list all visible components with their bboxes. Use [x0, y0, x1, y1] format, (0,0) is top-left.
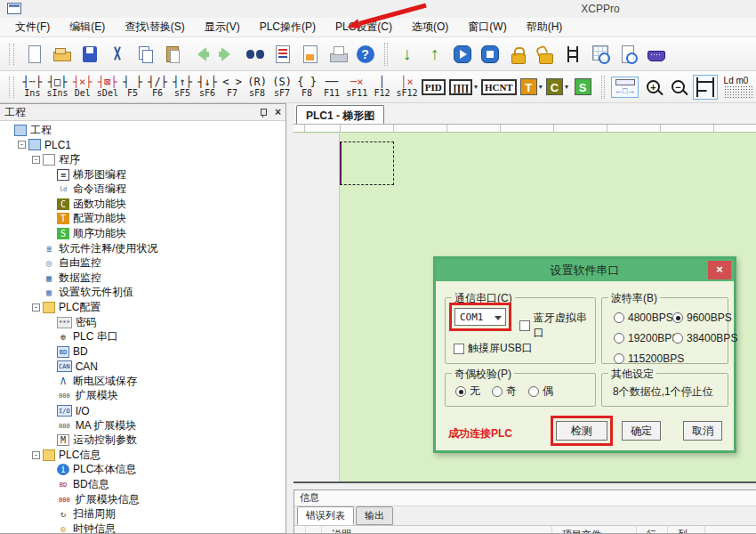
collapse-icon[interactable]: - — [32, 303, 40, 312]
pid-button[interactable]: PID — [420, 72, 446, 101]
tree-item[interactable]: ▦数据监控 — [0, 271, 286, 286]
parity-option[interactable]: 奇 — [492, 384, 517, 399]
download-program-button[interactable] — [393, 40, 421, 68]
menu-item-9[interactable]: 帮助(H) — [517, 17, 573, 37]
tree-item[interactable]: -PLC配置 — [0, 300, 286, 315]
parity-option[interactable]: 偶 — [528, 384, 553, 399]
vertical-line-button[interactable]: │F12 — [370, 72, 394, 101]
tree-item[interactable]: CANCAN — [0, 360, 286, 375]
tree-item[interactable]: 000MA 扩展模块 — [0, 418, 286, 433]
instruction-hint-button[interactable]: Ld m0 — [720, 72, 755, 101]
collapse-icon[interactable]: - — [32, 156, 40, 164]
menu-item-8[interactable]: 窗口(W) — [458, 17, 516, 37]
baud-option[interactable]: 9600BPS — [672, 312, 737, 324]
tree-item[interactable]: C函数功能块 — [0, 197, 286, 212]
usb-checkbox[interactable]: 触摸屏USB口 — [454, 341, 533, 356]
tree-item[interactable]: M运动控制参数 — [0, 433, 286, 448]
data-monitor-button[interactable] — [586, 40, 614, 68]
paste-button[interactable] — [158, 40, 186, 68]
baud-option[interactable]: 115200BPS — [614, 352, 672, 365]
menu-item-4[interactable]: 显示(V) — [195, 17, 250, 37]
com-port-select[interactable]: COM1 — [454, 308, 506, 326]
tree-item[interactable]: Λ断电区域保存 — [0, 374, 286, 389]
delete-vertical-line-button[interactable]: │×sF12 — [395, 72, 419, 101]
delete-horizontal-line-button[interactable]: ─×sF11 — [345, 72, 369, 101]
zoom-out-button[interactable]: − — [666, 72, 690, 101]
output-window-button[interactable] — [296, 40, 324, 68]
tree-item[interactable]: ↻扫描周期 — [0, 506, 286, 522]
tree-item[interactable]: ▦设置软元件初值 — [0, 286, 286, 301]
column-header[interactable]: 行 — [637, 526, 668, 534]
delete-contact-button[interactable]: ┤×├Del — [70, 72, 94, 101]
panel-divider[interactable] — [294, 483, 756, 490]
column-header[interactable] — [306, 526, 322, 534]
tree-item[interactable]: ≡梯形图编程 — [0, 167, 286, 182]
tab-output[interactable]: 输出 — [356, 506, 393, 525]
upload-program-button[interactable] — [421, 40, 448, 68]
ladder-cursor-selection[interactable] — [340, 142, 394, 185]
cut-button[interactable] — [103, 40, 131, 68]
detect-button[interactable]: 检测 — [556, 421, 607, 441]
dialog-titlebar[interactable]: 设置软件串口 × — [436, 259, 734, 281]
menu-item-1[interactable]: 文件(F) — [5, 17, 60, 37]
counter-button[interactable]: C▾ — [544, 72, 569, 101]
open-project-button[interactable] — [48, 40, 76, 68]
tree-item[interactable]: ld命令语编程 — [0, 182, 286, 197]
tab-ladder-editor[interactable]: PLC1 - 梯形图 — [296, 105, 384, 124]
delete-block-button[interactable]: ┤⊠├sDel — [95, 72, 119, 101]
tree-item[interactable]: ⊕PLC 串口 — [0, 329, 286, 344]
free-monitor-button[interactable] — [614, 40, 641, 68]
find-button[interactable] — [241, 40, 269, 68]
new-file-button[interactable] — [20, 40, 48, 68]
insert-block-button[interactable]: ┤□├sIns — [45, 72, 69, 101]
copy-button[interactable] — [131, 40, 158, 68]
function-block-button[interactable]: { }F8 — [295, 72, 319, 101]
output-coil-button[interactable]: < >F7 — [221, 72, 245, 101]
set-coil-button[interactable]: (S)sF7 — [270, 72, 294, 101]
ladder-display-button[interactable] — [691, 72, 719, 101]
baud-option[interactable]: 19200BPS — [614, 332, 672, 344]
undo-button[interactable] — [186, 40, 213, 68]
timer-button[interactable]: T▾ — [519, 72, 543, 101]
unlock-button[interactable] — [531, 40, 559, 68]
column-header[interactable]: 列 — [668, 526, 705, 534]
dialog-close-button[interactable]: × — [708, 261, 731, 279]
tree-item[interactable]: -PLC1 — [0, 138, 286, 153]
menu-item-2[interactable]: 编辑(E) — [60, 17, 115, 37]
print-button[interactable] — [324, 40, 351, 68]
zoom-in-button[interactable]: + — [641, 72, 665, 101]
bluetooth-checkbox[interactable]: 蓝牙虚拟串口 — [519, 311, 595, 341]
tree-item[interactable]: 000扩展模块 — [0, 389, 286, 404]
stop-plc-button[interactable] — [476, 40, 503, 68]
menu-item-7[interactable]: 选项(O) — [402, 17, 458, 37]
tree-item[interactable]: T配置功能块 — [0, 212, 286, 227]
tree-item[interactable]: 000扩展模块信息 — [0, 492, 286, 507]
fit-width-button[interactable]: ←□→ — [610, 72, 640, 101]
tree-item[interactable]: iPLC本体信息 — [0, 463, 286, 478]
tree-item[interactable]: BDBD信息 — [0, 477, 286, 492]
ok-button[interactable]: 确定 — [622, 421, 661, 441]
tree-item[interactable]: BDBD — [0, 344, 286, 360]
menu-item-5[interactable]: PLC操作(P) — [250, 17, 326, 37]
cancel-button[interactable]: 取消 — [683, 421, 722, 441]
sequence-block-button[interactable]: S — [571, 72, 595, 101]
help-button[interactable] — [351, 40, 379, 68]
collapse-icon[interactable]: - — [18, 141, 26, 149]
menu-item-3[interactable]: 查找\替换(S) — [115, 17, 194, 37]
open-contact-button[interactable]: ┤ ├F5 — [121, 72, 145, 101]
falling-pulse-button[interactable]: ┤↓├sF6 — [196, 72, 220, 101]
baud-option[interactable]: 38400BPS — [672, 332, 737, 344]
rising-pulse-button[interactable]: ┤↑├sF5 — [171, 72, 195, 101]
redo-button[interactable] — [213, 40, 241, 68]
tree-item[interactable]: ⊙时钟信息 — [0, 522, 286, 533]
com-config-button[interactable] — [641, 40, 669, 68]
insert-contact-button[interactable]: ┤╌├Ins — [20, 72, 44, 101]
tree-item[interactable]: S顺序功能块 — [0, 226, 286, 241]
pin-icon[interactable] — [259, 108, 268, 117]
tree-item[interactable]: 工程 — [0, 123, 286, 138]
column-header[interactable]: 说明 — [322, 526, 552, 534]
tree-item[interactable]: -程序 — [0, 152, 286, 167]
tree-item[interactable]: ***密码 — [0, 315, 286, 330]
ladder-monitor-button[interactable] — [559, 40, 586, 68]
tab-error-list[interactable]: 错误列表 — [297, 506, 354, 525]
